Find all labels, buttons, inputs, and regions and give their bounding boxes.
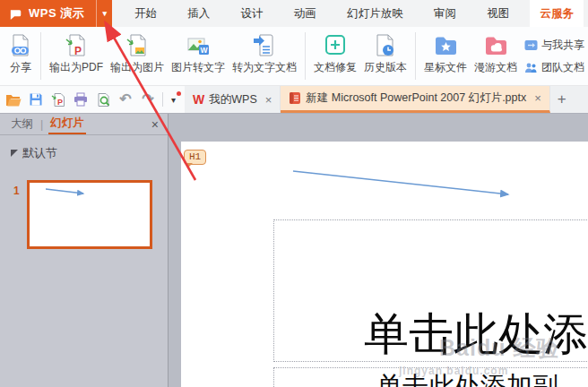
quickbar-divider bbox=[162, 92, 163, 107]
slide-title-text[interactable]: 单击此处添 bbox=[364, 311, 588, 358]
roaming-docs-icon bbox=[484, 31, 508, 57]
ribbon-button-label: 团队文档 bbox=[541, 60, 584, 75]
shared-with-me-button[interactable]: 与我共享 bbox=[524, 34, 584, 56]
starred-files-button[interactable]: 星标文件 bbox=[420, 31, 471, 75]
menu-tab-review[interactable]: 审阅 bbox=[424, 0, 466, 27]
wps-presentation-window: WPS 演示 ▾ 开始 插入 设计 动画 幻灯片放映 审阅 视图 云服务 分享 … bbox=[0, 0, 588, 387]
slide-arrow-shape[interactable] bbox=[287, 165, 520, 204]
ribbon-divider bbox=[40, 32, 41, 80]
share-doc-icon bbox=[9, 31, 32, 57]
tab-label: 我的WPS bbox=[209, 92, 256, 108]
customize-toolbar-icon[interactable]: ▾ bbox=[169, 95, 181, 105]
ribbon-button-label: 漫游文档 bbox=[474, 60, 517, 75]
ribbon-button-label: 与我共享 bbox=[541, 38, 584, 53]
image-to-text-button[interactable]: W 图片转文字 bbox=[168, 31, 229, 75]
starred-files-icon bbox=[434, 31, 458, 57]
redo-icon[interactable]: ↷ bbox=[140, 90, 156, 108]
document-tab-bar: W 我的WPS × 新建 Microsoft PowerPoint 2007 幻… bbox=[185, 86, 588, 113]
panel-tab-outline[interactable]: 大纲 bbox=[9, 114, 35, 134]
ribbon-divider bbox=[415, 32, 416, 80]
ribbon-button-label: 图片转文字 bbox=[171, 60, 225, 75]
thumbnail-arrow-shape bbox=[30, 183, 150, 210]
tab-presentation-document[interactable]: 新建 Microsoft PowerPoint 2007 幻灯片.pptx × bbox=[281, 86, 550, 113]
ribbon-button-label: 星标文件 bbox=[424, 60, 467, 75]
titlebar: WPS 演示 ▾ 开始 插入 设计 动画 幻灯片放映 审阅 视图 云服务 bbox=[0, 0, 588, 27]
slides-panel: 大纲 | 幻灯片 × 默认节 1 bbox=[0, 114, 169, 387]
section-label: 默认节 bbox=[22, 145, 57, 161]
ribbon-button-label: 历史版本 bbox=[364, 60, 407, 75]
undo-icon[interactable]: ↶ bbox=[117, 90, 134, 108]
menu-tab-slideshow[interactable]: 幻灯片放映 bbox=[337, 0, 413, 27]
image-to-text-icon: W bbox=[186, 31, 211, 57]
svg-text:W: W bbox=[200, 46, 208, 55]
menu-tab-view[interactable]: 视图 bbox=[477, 0, 519, 27]
panel-tab-slides[interactable]: 幻灯片 bbox=[48, 114, 86, 134]
quick-access-toolbar: P ↶ ↷ ▾ bbox=[0, 86, 181, 113]
editing-canvas: 单击此处添 单击此处添加副 Baidu 经验 jingyan.baidu.com… bbox=[169, 114, 588, 387]
tab-my-wps[interactable]: W 我的WPS × bbox=[185, 86, 281, 113]
wps-w-icon: W bbox=[193, 92, 204, 107]
slide-editing-area[interactable]: 单击此处添 单击此处添加副 Baidu 经验 jingyan.baidu.com… bbox=[181, 142, 588, 387]
quick-access-row: P ↶ ↷ ▾ W 我的WPS × bbox=[0, 86, 588, 114]
menu-tab-home[interactable]: 开始 bbox=[125, 0, 167, 27]
slide-thumbnail[interactable] bbox=[27, 180, 152, 249]
doc-repair-button[interactable]: 文档修复 bbox=[310, 31, 360, 75]
menu-tab-bar: 开始 插入 设计 动画 幻灯片放映 审阅 视图 云服务 bbox=[125, 0, 584, 27]
to-text-doc-button[interactable]: 转为文字文档 bbox=[229, 31, 300, 75]
content-area: 大纲 | 幻灯片 × 默认节 1 bbox=[0, 114, 588, 387]
slide-number: 1 bbox=[13, 185, 20, 197]
section-header[interactable]: 默认节 bbox=[11, 145, 57, 161]
ribbon-button-label: 输出为图片 bbox=[110, 60, 164, 75]
shared-with-me-icon bbox=[524, 39, 538, 51]
menu-tab-animation[interactable]: 动画 bbox=[284, 0, 326, 27]
ribbon-button-label: 文档修复 bbox=[314, 60, 357, 75]
doc-repair-icon bbox=[324, 31, 347, 57]
wps-logo-icon bbox=[8, 6, 23, 22]
roaming-docs-button[interactable]: 漫游文档 bbox=[471, 31, 521, 75]
svg-text:P: P bbox=[74, 45, 82, 57]
slide-subtitle-text[interactable]: 单击此处添加副 bbox=[376, 369, 558, 387]
print-icon[interactable] bbox=[73, 90, 89, 108]
ribbon-small-items: 与我共享 团队文档 bbox=[524, 31, 584, 79]
tab-label: 新建 Microsoft PowerPoint 2007 幻灯片.pptx bbox=[306, 90, 526, 106]
save-icon[interactable] bbox=[28, 90, 44, 108]
close-tab-icon[interactable]: × bbox=[265, 93, 272, 107]
export-image-icon bbox=[125, 31, 149, 57]
new-tab-button[interactable]: + bbox=[550, 86, 574, 113]
export-pdf-small-icon[interactable]: P bbox=[50, 90, 66, 108]
panel-tab-separator: | bbox=[40, 118, 43, 131]
h1-comment-badge[interactable]: H1 bbox=[184, 150, 206, 165]
close-tab-icon[interactable]: × bbox=[534, 91, 541, 105]
notification-dot bbox=[177, 91, 181, 96]
print-preview-icon[interactable] bbox=[95, 90, 111, 108]
ribbon-button-label: 分享 bbox=[10, 60, 31, 75]
section-collapse-icon[interactable] bbox=[11, 150, 18, 157]
ribbon-divider bbox=[305, 32, 306, 80]
export-pdf-button[interactable]: P 输出为PDF bbox=[46, 31, 107, 75]
wps-menu-label: WPS 演示 bbox=[29, 5, 84, 22]
wps-menu-button[interactable]: WPS 演示 ▾ bbox=[0, 0, 112, 27]
team-docs-button[interactable]: 团队文档 bbox=[524, 56, 584, 79]
history-versions-icon bbox=[374, 31, 397, 57]
share-button[interactable]: 分享 bbox=[5, 31, 36, 75]
ppt-file-icon bbox=[289, 91, 301, 105]
team-docs-icon bbox=[524, 62, 538, 73]
ribbon-button-label: 转为文字文档 bbox=[232, 60, 297, 75]
export-image-button[interactable]: 输出为图片 bbox=[107, 31, 168, 75]
ribbon-button-label: 输出为PDF bbox=[49, 60, 103, 75]
menu-tab-design[interactable]: 设计 bbox=[231, 0, 273, 27]
export-pdf-icon: P bbox=[65, 31, 88, 57]
history-versions-button[interactable]: 历史版本 bbox=[360, 31, 411, 75]
wps-menu-caret-icon[interactable]: ▾ bbox=[96, 0, 112, 27]
ribbon-toolbar: 分享 P 输出为PDF 输出为图片 W 图片转文字 转为文字文档 bbox=[0, 27, 588, 86]
menu-tab-cloud-service[interactable]: 云服务 bbox=[530, 0, 584, 27]
svg-text:P: P bbox=[57, 98, 63, 107]
close-panel-icon[interactable]: × bbox=[151, 117, 159, 132]
panel-header: 大纲 | 幻灯片 × bbox=[0, 114, 168, 135]
open-file-icon[interactable] bbox=[5, 90, 22, 108]
menu-tab-insert[interactable]: 插入 bbox=[177, 0, 220, 27]
to-text-doc-icon bbox=[253, 31, 276, 57]
